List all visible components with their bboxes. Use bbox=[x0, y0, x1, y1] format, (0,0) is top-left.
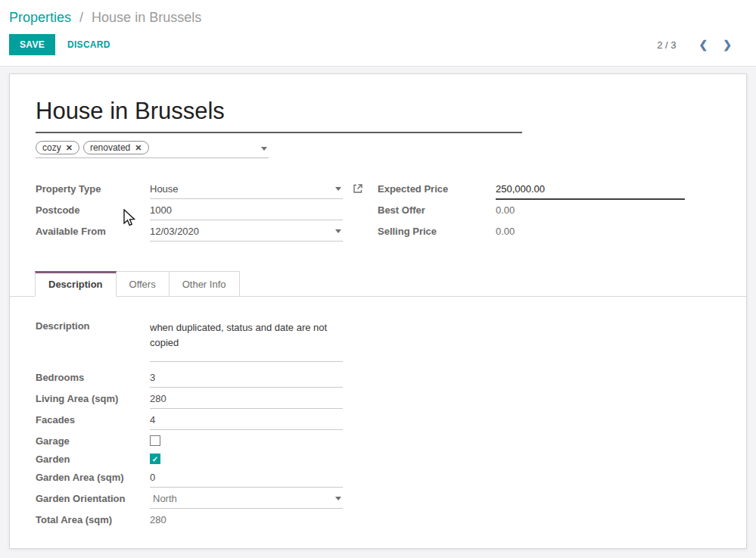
tag-cozy: cozy ✕ bbox=[36, 141, 79, 154]
property-type-value: House bbox=[150, 183, 179, 195]
garden-area-input[interactable]: 0 bbox=[150, 469, 343, 488]
living-area-row: Living Area (sqm) 280 bbox=[36, 390, 720, 411]
title-input[interactable]: House in Brussels bbox=[36, 98, 522, 133]
tab-nav: Description Offers Other Info bbox=[10, 271, 746, 297]
control-panel: Properties / House in Brussels SAVE DISC… bbox=[0, 0, 756, 67]
tab-other-info[interactable]: Other Info bbox=[169, 271, 240, 296]
garden-orientation-value: North bbox=[150, 493, 177, 504]
garden-label: Garden bbox=[36, 450, 150, 465]
description-row: Description when duplicated, status and … bbox=[36, 317, 720, 362]
chevron-down-icon bbox=[335, 187, 341, 191]
postcode-row: Postcode 1000 bbox=[36, 201, 378, 223]
facades-value: 4 bbox=[150, 414, 155, 426]
postcode-label: Postcode bbox=[36, 201, 150, 216]
control-panel-buttons-row: SAVE DISCARD 2 / 3 ❮ ❯ bbox=[9, 34, 747, 55]
available-from-row: Available From 12/03/2020 bbox=[36, 223, 378, 244]
garden-area-value: 0 bbox=[150, 472, 155, 483]
living-area-input[interactable]: 280 bbox=[150, 390, 343, 409]
best-offer-row: Best Offer 0.00 bbox=[378, 201, 720, 223]
selling-price-label: Selling Price bbox=[378, 223, 496, 237]
garage-label: Garage bbox=[36, 432, 150, 447]
selling-price-row: Selling Price 0.00 bbox=[378, 223, 720, 244]
bedrooms-value: 3 bbox=[150, 372, 155, 383]
garden-area-label: Garden Area (sqm) bbox=[36, 469, 150, 483]
breadcrumb: Properties / House in Brussels bbox=[9, 10, 747, 26]
tag-renovated: renovated ✕ bbox=[83, 141, 149, 154]
living-area-label: Living Area (sqm) bbox=[36, 390, 150, 404]
facades-row: Facades 4 bbox=[36, 411, 720, 432]
property-type-row: Property Type House bbox=[36, 180, 378, 201]
form-sheet: House in Brussels cozy ✕ renovated ✕ Pro… bbox=[9, 73, 747, 549]
living-area-value: 280 bbox=[150, 393, 166, 404]
chevron-down-icon bbox=[335, 497, 341, 500]
chevron-down-icon[interactable] bbox=[261, 147, 267, 151]
garage-checkbox[interactable] bbox=[150, 435, 160, 446]
tag-remove-icon[interactable]: ✕ bbox=[66, 143, 73, 153]
save-button[interactable]: SAVE bbox=[9, 34, 55, 55]
garden-orientation-row: Garden Orientation North bbox=[36, 490, 720, 511]
tab-description[interactable]: Description bbox=[35, 271, 117, 297]
description-label: Description bbox=[36, 317, 150, 332]
notebook: Description Offers Other Info Descriptio… bbox=[36, 271, 720, 532]
chevron-left-icon: ❮ bbox=[699, 39, 708, 51]
external-link-icon[interactable] bbox=[353, 183, 363, 197]
bedrooms-label: Bedrooms bbox=[36, 369, 150, 383]
available-from-label: Available From bbox=[36, 223, 150, 237]
garden-area-row: Garden Area (sqm) 0 bbox=[36, 469, 720, 490]
expected-price-row: Expected Price 250,000.00 bbox=[378, 180, 720, 201]
tag-label: renovated bbox=[90, 142, 130, 153]
tag-remove-icon[interactable]: ✕ bbox=[135, 143, 142, 153]
total-area-row: Total Area (sqm) 280 bbox=[36, 511, 720, 532]
expected-price-value: 250,000.00 bbox=[496, 183, 545, 195]
facades-input[interactable]: 4 bbox=[150, 411, 343, 430]
expected-price-label: Expected Price bbox=[378, 180, 496, 195]
tab-content-description: Description when duplicated, status and … bbox=[36, 297, 720, 532]
garden-row: Garden ✓ bbox=[36, 450, 720, 469]
tab-offers[interactable]: Offers bbox=[116, 271, 170, 296]
discard-button[interactable]: DISCARD bbox=[58, 34, 120, 55]
tag-label: cozy bbox=[42, 142, 61, 153]
total-area-value: 280 bbox=[150, 511, 166, 525]
bedrooms-input[interactable]: 3 bbox=[150, 369, 343, 388]
available-from-input[interactable]: 12/03/2020 bbox=[150, 223, 343, 242]
chevron-down-icon bbox=[335, 229, 341, 233]
pager-value: 2 / 3 bbox=[657, 39, 676, 51]
property-type-label: Property Type bbox=[36, 180, 150, 195]
chevron-right-icon: ❯ bbox=[723, 39, 732, 51]
total-area-label: Total Area (sqm) bbox=[36, 511, 150, 525]
garden-checkbox[interactable]: ✓ bbox=[150, 454, 160, 464]
property-type-input[interactable]: House bbox=[150, 180, 343, 199]
facades-label: Facades bbox=[36, 411, 150, 426]
main-field-group: Property Type House Postcode 1000 Av bbox=[36, 180, 720, 244]
pager: 2 / 3 ❮ ❯ bbox=[657, 37, 736, 52]
breadcrumb-parent-link[interactable]: Properties bbox=[9, 10, 71, 25]
postcode-value: 1000 bbox=[150, 204, 172, 216]
expected-price-input[interactable]: 250,000.00 bbox=[496, 180, 685, 200]
description-textarea[interactable]: when duplicated, status and date are not… bbox=[150, 317, 343, 362]
pager-next-button[interactable]: ❯ bbox=[718, 37, 736, 52]
selling-price-value: 0.00 bbox=[496, 223, 515, 237]
breadcrumb-current: House in Brussels bbox=[92, 10, 201, 25]
bedrooms-row: Bedrooms 3 bbox=[36, 369, 720, 390]
garage-row: Garage bbox=[36, 432, 720, 450]
best-offer-label: Best Offer bbox=[378, 201, 496, 216]
garden-orientation-label: Garden Orientation bbox=[36, 490, 150, 504]
available-from-value: 12/03/2020 bbox=[150, 226, 199, 237]
postcode-input[interactable]: 1000 bbox=[150, 201, 343, 220]
tags-input[interactable]: cozy ✕ renovated ✕ bbox=[36, 141, 269, 158]
pager-previous-button[interactable]: ❮ bbox=[695, 37, 713, 52]
garden-orientation-select[interactable]: North bbox=[150, 490, 343, 509]
breadcrumb-separator: / bbox=[79, 10, 83, 25]
best-offer-value: 0.00 bbox=[496, 201, 515, 216]
